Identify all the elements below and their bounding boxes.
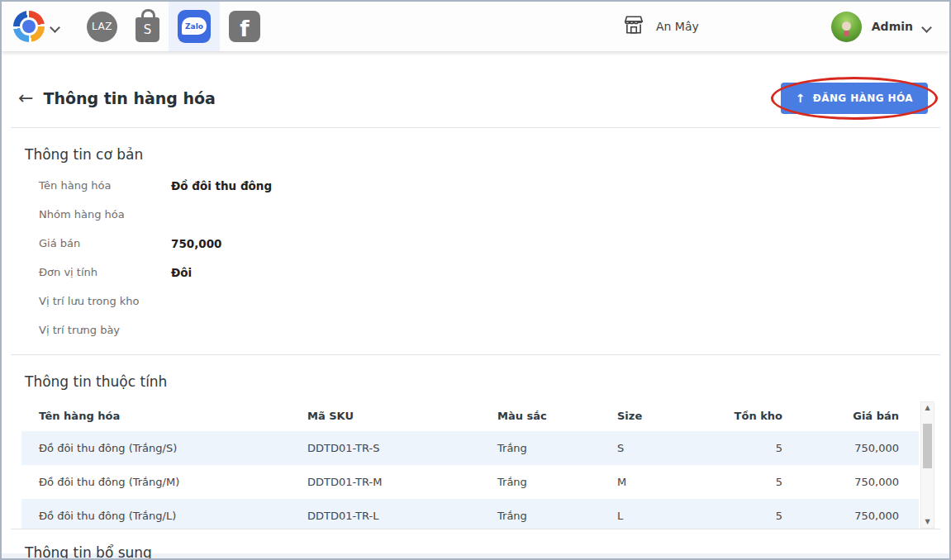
cell-color: Trắng <box>497 465 617 499</box>
field-value: 750,000 <box>171 237 222 250</box>
publish-product-button[interactable]: ↑ ĐĂNG HÀNG HÓA <box>781 83 928 114</box>
field-label: Đơn vị tính <box>39 266 171 278</box>
app-logo-menu[interactable] <box>13 11 59 42</box>
field-label: Giá bán <box>39 237 171 249</box>
channel-facebook[interactable]: f <box>220 2 269 51</box>
topbar: LAZ S Zalo f An Mây <box>2 2 949 51</box>
store-icon <box>623 15 644 38</box>
user-menu[interactable]: Admin <box>831 12 931 42</box>
section-basic-info: Thông tin cơ bản Tên hàng hóa Đồ đôi thu… <box>2 128 949 354</box>
cell-price: 750,000 <box>782 499 919 529</box>
section-title-attributes: Thông tin thuộc tính <box>2 355 949 395</box>
user-name: Admin <box>872 20 913 33</box>
topbar-right: An Mây Admin <box>623 12 931 42</box>
scroll-up-icon[interactable]: ▲ <box>925 402 930 414</box>
upload-arrow-icon: ↑ <box>796 92 806 105</box>
channel-zalo-active[interactable]: Zalo <box>169 2 220 51</box>
col-header: Mã SKU <box>307 400 497 431</box>
channel-lazada[interactable]: LAZ <box>78 2 126 51</box>
shopee-icon: S <box>136 17 159 42</box>
field-label: Nhóm hàng hóa <box>39 208 171 221</box>
attributes-table: Tên hàng hóa Mã SKU Màu sắc Size Tồn kho… <box>21 400 919 529</box>
cell-stock: 5 <box>720 499 782 529</box>
chevron-down-icon <box>923 22 931 31</box>
field-row: Tên hàng hóa Đồ đôi thu đông <box>2 171 949 200</box>
cell-sku: DDTD01-TR-S <box>307 431 497 465</box>
back-arrow-icon[interactable]: ← <box>18 89 33 107</box>
field-row: Vị trí lưu trong kho <box>2 287 949 316</box>
main-content: ← Thông tin hàng hóa ↑ ĐĂNG HÀNG HÓA Thô… <box>2 51 949 553</box>
table-row[interactable]: Đồ đôi thu đông (Trắng/S) DDTD01-TR-S Tr… <box>21 431 919 465</box>
page-title: Thông tin hàng hóa <box>43 89 216 107</box>
field-row: Vị trí trưng bày <box>2 316 949 344</box>
field-value: Đồ đôi thu đông <box>171 179 272 192</box>
field-value: Đôi <box>171 266 192 279</box>
col-header: Giá bán <box>782 400 919 431</box>
cell-stock: 5 <box>720 431 782 465</box>
section-title-additional: Thông tin bổ sung <box>2 529 949 560</box>
table-header-row: Tên hàng hóa Mã SKU Màu sắc Size Tồn kho… <box>21 400 919 431</box>
basic-info-fields: Tên hàng hóa Đồ đôi thu đông Nhóm hàng h… <box>2 168 949 354</box>
field-row: Đơn vị tính Đôi <box>2 258 949 287</box>
section-additional-info: Thông tin bổ sung <box>2 529 949 560</box>
cell-product-name: Đồ đôi thu đông (Trắng/S) <box>21 431 307 465</box>
page-header: ← Thông tin hàng hóa ↑ ĐĂNG HÀNG HÓA <box>2 51 949 127</box>
channel-switcher: LAZ S Zalo f <box>13 2 269 51</box>
cell-price: 750,000 <box>782 431 919 465</box>
cell-size: M <box>617 465 720 499</box>
cell-color: Trắng <box>497 431 617 465</box>
facebook-icon: f <box>229 11 260 42</box>
col-header: Tên hàng hóa <box>21 400 307 431</box>
field-row: Giá bán 750,000 <box>2 229 949 258</box>
cell-size: S <box>617 431 720 465</box>
store-selector[interactable]: An Mây <box>623 15 699 38</box>
scrollbar-thumb[interactable] <box>923 424 932 468</box>
channel-shopee[interactable]: S <box>126 2 169 51</box>
col-header: Màu sắc <box>497 400 617 431</box>
cell-product-name: Đồ đôi thu đông (Trắng/M) <box>21 465 307 499</box>
publish-button-label: ĐĂNG HÀNG HÓA <box>813 93 913 104</box>
scroll-down-icon[interactable]: ▼ <box>925 516 930 528</box>
cell-color: Trắng <box>497 499 617 529</box>
avatar <box>831 12 862 42</box>
zalo-icon: Zalo <box>178 10 211 43</box>
section-attributes: Thông tin thuộc tính Tên hàng hóa Mã SKU… <box>2 355 949 529</box>
col-header: Tồn kho <box>720 400 782 431</box>
publish-button-wrap: ↑ ĐĂNG HÀNG HÓA <box>781 83 928 114</box>
table-scrollbar[interactable]: ▲ ▼ <box>920 401 934 529</box>
field-row: Nhóm hàng hóa <box>2 200 949 229</box>
table-row[interactable]: Đồ đôi thu đông (Trắng/M) DDTD01-TR-M Tr… <box>21 465 919 499</box>
table-row[interactable]: Đồ đôi thu đông (Trắng/L) DDTD01-TR-L Tr… <box>21 499 919 529</box>
cell-price: 750,000 <box>782 465 919 499</box>
cell-product-name: Đồ đôi thu đông (Trắng/L) <box>21 499 307 529</box>
attributes-table-viewport: Tên hàng hóa Mã SKU Màu sắc Size Tồn kho… <box>2 400 949 529</box>
col-header: Size <box>617 400 720 431</box>
app-logo-icon <box>13 11 45 42</box>
cell-stock: 5 <box>720 465 782 499</box>
cell-sku: DDTD01-TR-M <box>307 465 497 499</box>
field-label: Tên hàng hóa <box>39 179 171 192</box>
field-label: Vị trí lưu trong kho <box>39 295 171 307</box>
cell-size: L <box>617 499 720 529</box>
cell-sku: DDTD01-TR-L <box>307 499 497 529</box>
field-label: Vị trí trưng bày <box>39 324 171 336</box>
chevron-down-icon <box>51 22 59 31</box>
section-title-basic: Thông tin cơ bản <box>2 128 949 168</box>
lazada-icon: LAZ <box>87 12 117 42</box>
store-name: An Mây <box>656 20 699 33</box>
